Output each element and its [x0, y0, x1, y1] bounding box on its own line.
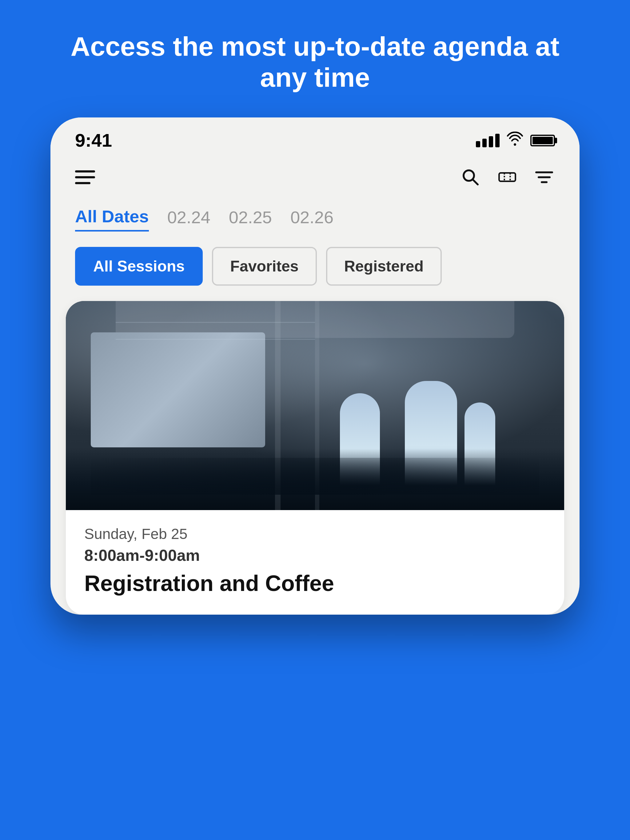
nav-bar	[51, 157, 579, 197]
nav-right-icons	[459, 166, 555, 188]
filter-button[interactable]	[533, 166, 555, 188]
status-icons	[476, 132, 555, 149]
filter-buttons: All Sessions Favorites Registered	[51, 235, 579, 301]
svg-line-1	[473, 179, 478, 185]
signal-icon	[476, 134, 500, 147]
ticket-button[interactable]	[497, 166, 518, 188]
hero-title: Access the most up-to-date agenda at any…	[69, 31, 561, 93]
session-title: Registration and Coffee	[84, 571, 546, 596]
battery-icon	[530, 135, 555, 146]
svg-rect-2	[499, 173, 515, 182]
search-button[interactable]	[459, 166, 481, 188]
phone-mockup: 9:41	[51, 117, 579, 615]
session-time: 8:00am-9:00am	[84, 546, 546, 565]
session-info: Sunday, Feb 25 8:00am-9:00am Registratio…	[66, 510, 564, 615]
hamburger-menu-button[interactable]	[75, 171, 95, 184]
date-tab-0224[interactable]: 02.24	[167, 207, 211, 231]
date-tab-all[interactable]: All Dates	[75, 206, 149, 232]
hamburger-line-2	[75, 176, 95, 178]
filter-registered[interactable]: Registered	[326, 247, 442, 286]
status-time: 9:41	[75, 130, 112, 151]
date-tab-0226[interactable]: 02.26	[290, 207, 334, 231]
hamburger-line-1	[75, 171, 95, 172]
session-card[interactable]: Sunday, Feb 25 8:00am-9:00am Registratio…	[66, 301, 564, 615]
date-tab-0225[interactable]: 02.25	[229, 207, 272, 231]
status-bar: 9:41	[51, 117, 579, 157]
hamburger-line-3	[75, 182, 90, 184]
session-image	[66, 301, 564, 510]
date-tabs: All Dates 02.24 02.25 02.26	[51, 197, 579, 235]
wifi-icon	[506, 132, 524, 149]
filter-favorites[interactable]: Favorites	[212, 247, 317, 286]
filter-all-sessions[interactable]: All Sessions	[75, 247, 203, 286]
session-date: Sunday, Feb 25	[84, 526, 546, 542]
